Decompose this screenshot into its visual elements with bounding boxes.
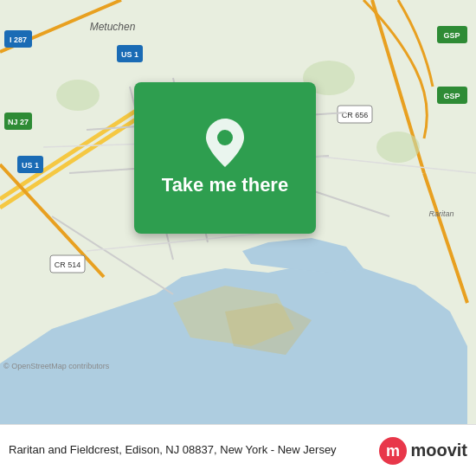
svg-text:GSP: GSP [443,31,460,40]
address-container: Raritan and Fieldcrest, Edison, NJ 08837… [9,443,379,458]
svg-text:I 287: I 287 [10,35,27,44]
svg-text:Metuchen: Metuchen [90,21,136,33]
svg-text:m: m [386,442,400,460]
moovit-logo: m moovit [379,437,467,465]
map-view: US 1 US 1 NJ 27 I 287 GSP GSP CR 656 CR … [0,0,476,424]
location-pin-icon [204,119,246,167]
svg-text:GSP: GSP [443,92,460,100]
moovit-brand-name: moovit [410,441,467,460]
map-attribution: © OpenStreetMap contributors [3,362,109,370]
svg-point-36 [56,80,100,111]
svg-point-42 [217,130,233,145]
take-me-there-label: Take me there [162,174,288,196]
svg-text:US 1: US 1 [22,161,39,170]
svg-point-38 [376,132,420,163]
svg-text:CR 514: CR 514 [55,261,81,269]
take-me-there-button[interactable]: Take me there [134,82,316,234]
svg-text:NJ 27: NJ 27 [8,118,29,126]
moovit-brand-icon: m [379,437,407,465]
svg-text:US 1: US 1 [121,50,138,59]
svg-text:Raritan: Raritan [428,209,453,218]
bottom-info-bar: Raritan and Fieldcrest, Edison, NJ 08837… [0,424,476,476]
address-text: Raritan and Fieldcrest, Edison, NJ 08837… [9,443,372,458]
